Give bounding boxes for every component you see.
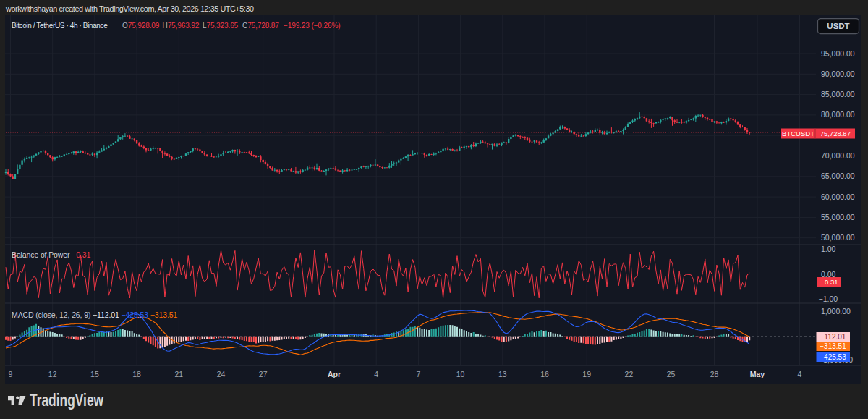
svg-text:27: 27 — [259, 370, 268, 378]
svg-text:USDT: USDT — [827, 22, 849, 30]
svg-text:−1.00: −1.00 — [819, 295, 838, 303]
svg-text:0.00: 0.00 — [821, 270, 836, 279]
svg-text:75,728.87: 75,728.87 — [820, 130, 851, 137]
svg-text:10: 10 — [456, 370, 465, 378]
svg-text:9: 9 — [9, 370, 13, 378]
svg-text:Bitcoin / TetherUS · 4h · Bina: Bitcoin / TetherUS · 4h · Binance — [12, 22, 108, 30]
svg-text:MACD (close, 12, 26, 9) −112.0: MACD (close, 12, 26, 9) −112.01 −425.53 … — [12, 310, 177, 319]
svg-text:18: 18 — [132, 370, 141, 378]
svg-text:55,000.00: 55,000.00 — [821, 213, 855, 221]
svg-text:25: 25 — [667, 370, 676, 378]
svg-text:21: 21 — [174, 370, 183, 378]
svg-text:−0.31: −0.31 — [820, 278, 838, 286]
svg-text:19: 19 — [582, 370, 591, 378]
svg-text:22: 22 — [625, 370, 634, 378]
svg-text:80,000.00: 80,000.00 — [821, 110, 855, 119]
svg-text:28: 28 — [710, 370, 719, 378]
svg-text:60,000.00: 60,000.00 — [821, 192, 855, 201]
svg-text:85,000.00: 85,000.00 — [821, 90, 855, 98]
svg-text:1.00: 1.00 — [821, 245, 836, 253]
svg-text:workwithshayan created with Tr: workwithshayan created with TradingView.… — [5, 4, 254, 13]
svg-text:1,000.00: 1,000.00 — [821, 307, 851, 316]
svg-text:May: May — [750, 370, 765, 378]
svg-text:−313.51: −313.51 — [820, 342, 846, 350]
svg-text:70,000.00: 70,000.00 — [821, 151, 855, 160]
svg-text:BTCUSDT: BTCUSDT — [782, 130, 814, 137]
svg-text:12: 12 — [48, 370, 57, 378]
svg-text:15: 15 — [90, 370, 99, 378]
svg-text:90,000.00: 90,000.00 — [821, 69, 855, 78]
svg-text:Apr: Apr — [328, 370, 341, 378]
svg-text:24: 24 — [217, 370, 226, 378]
svg-text:50,000.00: 50,000.00 — [821, 233, 855, 242]
svg-text:O75,928.09H75,963.92L75,323.65: O75,928.09H75,963.92L75,323.65C75,728.87… — [122, 22, 340, 30]
svg-text:65,000.00: 65,000.00 — [821, 172, 855, 180]
svg-text:13: 13 — [498, 370, 507, 378]
svg-text:−112.01: −112.01 — [820, 333, 846, 341]
svg-text:16: 16 — [540, 370, 549, 378]
svg-text:TradingView: TradingView — [30, 390, 104, 409]
svg-text:95,000.00: 95,000.00 — [821, 49, 855, 58]
svg-text:7: 7 — [416, 370, 420, 378]
svg-text:Balance of Power −0.31: Balance of Power −0.31 — [12, 250, 90, 259]
svg-text:4: 4 — [374, 370, 378, 378]
svg-text:4: 4 — [798, 370, 802, 378]
svg-text:−425.53: −425.53 — [820, 353, 846, 361]
